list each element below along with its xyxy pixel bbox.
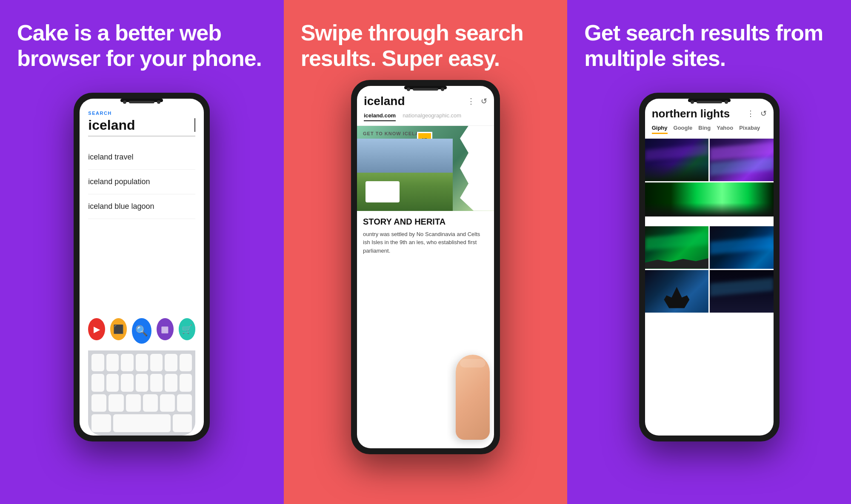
aurora-image-2: [710, 139, 774, 181]
search-screen: SEARCH iceland iceland travel iceland po…: [80, 99, 204, 436]
aurora-image-1: [645, 139, 709, 181]
video-search-btn[interactable]: ▶: [88, 318, 105, 340]
camera-dot-r: [691, 100, 694, 104]
finger-shape: [456, 355, 490, 440]
source-tab-giphy[interactable]: Giphy: [652, 125, 668, 134]
search-text[interactable]: iceland: [88, 117, 194, 133]
right-heading: Get search results from multiple sites.: [584, 20, 834, 71]
search-label: SEARCH: [88, 111, 195, 116]
camera-dot-m2: [441, 88, 444, 91]
phone-cameras-middle: [407, 88, 444, 91]
key[interactable]: [150, 354, 163, 372]
swipe-content: STORY AND HERITA ountry was settled by N…: [357, 211, 494, 261]
aurora-image-7: [710, 270, 774, 313]
browser-bar: iceland iceland.com nationalgeographic.c…: [357, 86, 494, 126]
key-wide-2[interactable]: [173, 414, 192, 432]
browser-screen: iceland iceland.com nationalgeographic.c…: [357, 86, 494, 448]
phone-screen-middle: iceland iceland.com nationalgeographic.c…: [357, 86, 494, 448]
aurora-image-4: [645, 226, 709, 269]
aurora-image-5: [710, 226, 774, 269]
source-tabs: Giphy Google Bing Yahoo Pixabay: [652, 125, 767, 134]
key-row-3: [91, 394, 192, 412]
key[interactable]: [91, 354, 104, 372]
refresh-icon[interactable]: [481, 97, 487, 106]
key[interactable]: [126, 394, 141, 412]
more-options-icon[interactable]: [467, 97, 475, 106]
key[interactable]: [150, 374, 163, 392]
source-tab-google[interactable]: Google: [674, 125, 693, 134]
calendar-search-btn[interactable]: ▦: [157, 318, 174, 340]
key-row-4: [91, 414, 192, 432]
multi-search-screen: northern lights Giphy Google Bing Yahoo …: [645, 99, 774, 436]
key[interactable]: [165, 354, 177, 372]
panel-right: Get search results from multiple sites. …: [567, 0, 851, 504]
camera-dot-m: [407, 88, 410, 91]
keyboard-area: [88, 350, 195, 436]
middle-heading: Swipe through search results. Super easy…: [301, 20, 551, 71]
camera-dot-r2: [725, 100, 728, 104]
speaker-grille-r: [697, 101, 722, 103]
swipe-heading: STORY AND HERITA: [363, 217, 488, 227]
key[interactable]: [143, 394, 158, 412]
search-input-row: iceland: [88, 117, 195, 137]
key[interactable]: [91, 374, 104, 392]
phone-cameras-right: [691, 100, 728, 104]
image-search-btn[interactable]: ⬛: [110, 318, 127, 340]
key[interactable]: [180, 374, 192, 392]
multi-more-icon[interactable]: [747, 109, 754, 118]
phone-middle: iceland iceland.com nationalgeographic.c…: [351, 80, 500, 454]
aurora-image-6: [645, 270, 709, 313]
multi-title-row: northern lights: [652, 107, 767, 120]
shopping-search-btn[interactable]: 🛒: [179, 318, 196, 340]
wave-overlay: [460, 126, 494, 211]
phone-right: northern lights Giphy Google Bing Yahoo …: [639, 93, 780, 441]
key[interactable]: [121, 374, 133, 392]
key-space[interactable]: [113, 414, 171, 432]
browser-tab-inactive[interactable]: nationalgeographic.com: [403, 112, 461, 121]
key[interactable]: [106, 374, 119, 392]
key[interactable]: [177, 394, 192, 412]
key-row-2: [91, 374, 192, 392]
web-image: GET TO KNOW ICELAND NG: [357, 126, 494, 211]
browser-title: iceland: [364, 94, 405, 108]
phone-screen-left: SEARCH iceland iceland travel iceland po…: [80, 99, 204, 436]
suggestion-3[interactable]: iceland blue lagoon: [88, 194, 195, 219]
web-search-btn[interactable]: 🔍: [132, 318, 151, 344]
suggestion-2[interactable]: iceland population: [88, 170, 195, 194]
phone-cameras-left: [123, 100, 160, 104]
aurora-image-3: [645, 182, 774, 216]
browser-icons: [467, 97, 487, 106]
browser-content: GET TO KNOW ICELAND NG STORY AND HERITA …: [357, 126, 494, 448]
key[interactable]: [91, 394, 106, 412]
phone-left: SEARCH iceland iceland travel iceland po…: [74, 93, 210, 441]
key[interactable]: [136, 374, 148, 392]
camera-dot: [123, 100, 126, 104]
key-wide[interactable]: [91, 414, 111, 432]
multi-icons: [747, 109, 767, 118]
panel-middle: Swipe through search results. Super easy…: [284, 0, 568, 504]
camera-dot-2: [157, 100, 160, 104]
source-tab-yahoo[interactable]: Yahoo: [717, 125, 733, 134]
key[interactable]: [106, 354, 119, 372]
source-tab-bing[interactable]: Bing: [698, 125, 711, 134]
suggestion-1[interactable]: iceland travel: [88, 145, 195, 170]
search-icons-row: ▶ ⬛ 🔍 ▦ 🛒: [88, 310, 195, 350]
key[interactable]: [109, 394, 123, 412]
key[interactable]: [136, 354, 148, 372]
swipe-body: ountry was settled by No Scandinavia and…: [363, 230, 488, 255]
text-cursor: [194, 118, 195, 132]
multi-bar: northern lights Giphy Google Bing Yahoo …: [645, 99, 774, 139]
multi-refresh-icon[interactable]: [760, 109, 767, 118]
multi-title: northern lights: [652, 107, 730, 120]
key[interactable]: [180, 354, 192, 372]
key[interactable]: [121, 354, 133, 372]
browser-tab-row: iceland.com nationalgeographic.com: [364, 112, 487, 121]
key[interactable]: [160, 394, 175, 412]
key[interactable]: [165, 374, 177, 392]
browser-tab-active[interactable]: iceland.com: [364, 112, 396, 121]
source-tab-pixabay[interactable]: Pixabay: [739, 125, 760, 134]
phone-screen-right: northern lights Giphy Google Bing Yahoo …: [645, 99, 774, 436]
speaker-grille-m: [413, 88, 438, 91]
left-heading: Cake is a better web browser for your ph…: [17, 20, 267, 71]
browser-title-row: iceland: [364, 94, 487, 108]
